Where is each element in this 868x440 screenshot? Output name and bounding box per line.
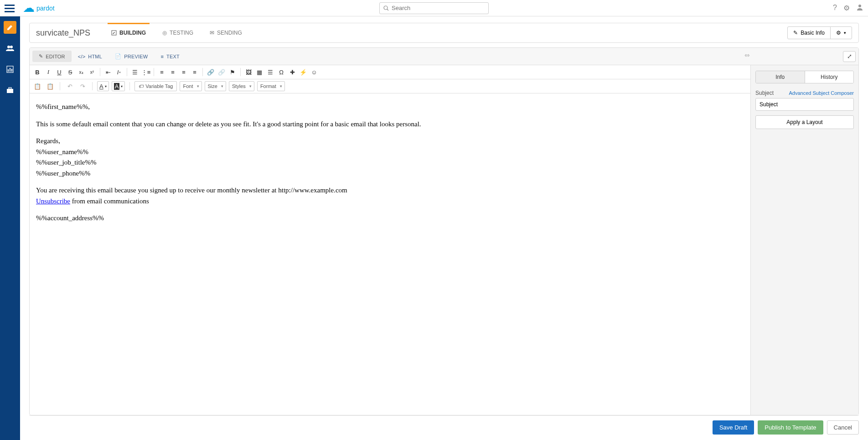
image-button[interactable]: 🖼 — [243, 67, 253, 77]
gear-icon: ⚙ — [836, 30, 841, 36]
align-left-button[interactable]: ≡ — [157, 67, 167, 77]
editor-column: B I U S x₂ x² ⇤ I× ☰ ⋮≡ ≡ ≡ — [30, 65, 751, 415]
format-dropdown[interactable]: Format — [257, 81, 285, 91]
salesforce-cloud-icon: ☁ — [23, 1, 35, 15]
svg-rect-11 — [11, 69, 12, 72]
search-box[interactable] — [379, 2, 489, 14]
apply-layout-button[interactable]: Apply a Layout — [755, 115, 854, 129]
table-button[interactable]: ▦ — [254, 67, 264, 77]
advanced-subject-link[interactable]: Advanced Subject Composer — [789, 90, 854, 96]
bg-color-button[interactable]: A▾ — [112, 81, 125, 91]
email-line: This is some default email content that … — [36, 119, 744, 129]
search-input[interactable] — [392, 5, 485, 11]
svg-point-7 — [10, 46, 13, 48]
emoji-button[interactable]: ☺ — [309, 67, 319, 77]
publish-template-button[interactable]: Publish to Template — [758, 420, 823, 435]
email-line: %%account_address%% — [36, 213, 744, 223]
email-line: Regards, — [36, 136, 744, 146]
cancel-button[interactable]: Cancel — [827, 420, 859, 435]
phase-testing[interactable]: ◎ TESTING — [154, 23, 202, 42]
caret-down-icon: ▾ — [844, 31, 846, 35]
superscript-button[interactable]: x² — [87, 67, 97, 77]
page-header: survicate_NPS BUILDING ◎ TESTING ✉ SENDI… — [29, 23, 859, 43]
undo-button[interactable]: ↶ — [65, 81, 75, 91]
nav-briefcase-icon[interactable] — [4, 84, 16, 97]
bold-button[interactable]: B — [32, 67, 42, 77]
link-button[interactable]: 🔗 — [206, 67, 216, 77]
svg-line-4 — [387, 9, 388, 10]
variable-tag-label: Variable Tag — [145, 83, 173, 89]
styles-label: Styles — [232, 83, 246, 89]
phase-label: BUILDING — [119, 30, 146, 36]
settings-dropdown-button[interactable]: ⚙ ▾ — [830, 26, 852, 39]
svg-rect-13 — [9, 88, 11, 89]
phase-label: TESTING — [170, 30, 193, 36]
unlink-button[interactable]: 🔗 — [217, 67, 227, 77]
tab-preview[interactable]: 📄 PREVIEW — [108, 51, 154, 62]
nav-edit-icon[interactable] — [4, 21, 16, 34]
text-color-button[interactable]: A▾ — [97, 81, 109, 91]
view-tabs-row: ✎ EDITOR </> HTML 📄 PREVIEW ≡ TEXT — [30, 48, 858, 65]
special-char-button[interactable]: Ω — [276, 67, 286, 77]
outdent-button[interactable]: ⇤ — [103, 67, 113, 77]
font-label: Font — [183, 83, 193, 89]
align-right-button[interactable]: ≡ — [179, 67, 189, 77]
underline-button[interactable]: U — [54, 67, 64, 77]
align-justify-button[interactable]: ≡ — [190, 67, 200, 77]
fullscreen-button[interactable]: ⤢ — [843, 51, 856, 62]
nav-chart-icon[interactable] — [4, 63, 16, 76]
side-tab-history[interactable]: History — [805, 71, 854, 83]
footer: Save Draft Publish to Template Cancel — [29, 415, 859, 440]
phase-building[interactable]: BUILDING — [103, 23, 154, 42]
bulleted-list-button[interactable]: ⋮≡ — [141, 67, 151, 77]
bolt-button[interactable]: ⚡ — [298, 67, 308, 77]
subscript-button[interactable]: x₂ — [76, 67, 86, 77]
basic-info-button[interactable]: ✎ Basic Info — [787, 26, 831, 39]
strike-button[interactable]: S — [65, 67, 75, 77]
tab-text[interactable]: ≡ TEXT — [154, 51, 186, 62]
svg-rect-1 — [5, 8, 15, 9]
insert-button[interactable]: ✚ — [287, 67, 297, 77]
italic-button[interactable]: I — [43, 67, 53, 77]
email-line: %%user_job_title%% — [36, 157, 744, 168]
hr-button[interactable]: ☰ — [265, 67, 275, 77]
hamburger-menu-icon[interactable] — [5, 4, 15, 12]
brand-text: pardot — [36, 5, 55, 12]
email-canvas[interactable]: %%first_name%%, This is some default ema… — [30, 93, 750, 415]
nav-people-icon[interactable] — [4, 42, 16, 55]
tab-label: PREVIEW — [124, 54, 148, 59]
numbered-list-button[interactable]: ☰ — [130, 67, 140, 77]
size-dropdown[interactable]: Size — [205, 81, 226, 91]
help-icon[interactable]: ? — [833, 4, 837, 12]
tab-editor[interactable]: ✎ EDITOR — [32, 51, 72, 62]
page-header-actions: ✎ Basic Info ⚙ ▾ — [787, 26, 852, 39]
font-dropdown[interactable]: Font — [180, 81, 202, 91]
redo-button[interactable]: ↷ — [78, 81, 88, 91]
separator — [92, 82, 93, 90]
panel-resize-handle[interactable]: ⇔ — [744, 52, 750, 59]
side-tab-info[interactable]: Info — [756, 71, 805, 83]
edit-icon: ✎ — [39, 53, 43, 59]
left-nav — [0, 16, 20, 440]
paste-button[interactable]: 📋 — [32, 81, 42, 91]
variable-tag-button[interactable]: 🏷 Variable Tag — [134, 81, 177, 91]
align-center-button[interactable]: ≡ — [168, 67, 178, 77]
clear-format-button[interactable]: I× — [114, 67, 124, 77]
subject-input[interactable] — [755, 98, 854, 111]
search-icon — [383, 5, 389, 11]
tab-html[interactable]: </> HTML — [72, 51, 108, 62]
settings-icon[interactable]: ⚙ — [843, 4, 850, 12]
save-draft-button[interactable]: Save Draft — [713, 420, 754, 435]
anchor-button[interactable]: ⚑ — [227, 67, 238, 77]
separator — [129, 82, 130, 90]
svg-point-5 — [858, 5, 861, 7]
svg-rect-0 — [5, 5, 15, 6]
side-tabs: Info History — [755, 71, 854, 83]
styles-dropdown[interactable]: Styles — [229, 81, 254, 91]
phase-sending[interactable]: ✉ SENDING — [202, 23, 250, 42]
user-icon[interactable] — [856, 4, 863, 12]
svg-rect-12 — [7, 89, 13, 93]
paste-text-button[interactable]: 📋 — [45, 81, 55, 91]
unsubscribe-link[interactable]: Unsubscribe — [36, 197, 70, 205]
email-line: %%first_name%%, — [36, 102, 744, 112]
